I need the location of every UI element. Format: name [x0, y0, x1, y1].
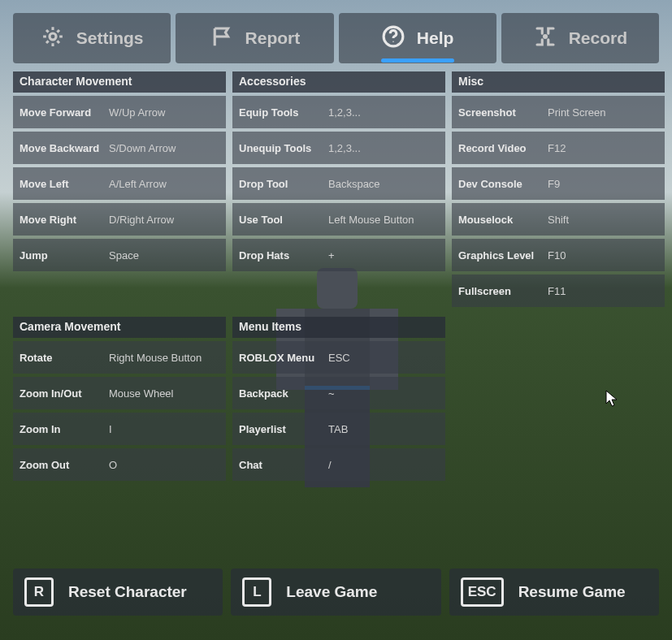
keybind-row: Zoom OutO	[13, 448, 226, 481]
keybind-value: W/Up Arrow	[109, 106, 226, 119]
keybind-row: FullscreenF11	[452, 275, 665, 307]
keybind-value: S/Down Arrow	[109, 142, 226, 154]
keybind-label: Move Backward	[13, 142, 109, 154]
keycap: L	[242, 577, 271, 607]
keybind-row: RotateRight Mouse Button	[13, 341, 226, 374]
keybind-row: ScreenshotPrint Screen	[452, 96, 665, 128]
keybind-label: Fullscreen	[452, 285, 548, 297]
section-title: Character Movement	[13, 71, 226, 93]
keybind-label: Zoom In	[13, 423, 109, 435]
keybind-label: Dev Console	[452, 178, 548, 190]
keybind-row: PlayerlistTAB	[232, 413, 445, 445]
tab-settings[interactable]: Settings	[13, 13, 171, 63]
keybind-value: Left Mouse Button	[328, 214, 445, 226]
keybind-row: Move BackwardS/Down Arrow	[13, 132, 226, 164]
keybind-value: D/Right Arrow	[109, 214, 226, 226]
keybind-row: Move ForwardW/Up Arrow	[13, 96, 226, 128]
section-misc: Misc ScreenshotPrint ScreenRecord VideoF…	[452, 71, 665, 307]
tab-label: Record	[569, 28, 627, 48]
keybind-label: Unequip Tools	[232, 142, 328, 154]
flag-icon	[210, 24, 234, 53]
keybind-row: ROBLOX MenuESC	[232, 341, 445, 374]
reset-character-button[interactable]: R Reset Character	[13, 569, 223, 616]
record-icon	[533, 24, 557, 53]
keybind-value: ESC	[328, 352, 445, 364]
keybind-value: I	[109, 423, 226, 435]
keybind-row: Use ToolLeft Mouse Button	[232, 203, 445, 236]
keybind-row: MouselockShift	[452, 203, 665, 236]
keybind-label: Jump	[13, 249, 109, 262]
cursor-icon	[605, 390, 620, 411]
tab-bar: Settings Report Help Record	[13, 13, 659, 63]
keycap: ESC	[461, 577, 504, 607]
keybind-label: Zoom Out	[13, 459, 109, 471]
menu-panel: Settings Report Help Record Character Mo…	[0, 0, 672, 84]
keybind-row: Move RightD/Right Arrow	[13, 203, 226, 236]
keybind-value: 1,2,3...	[328, 106, 445, 119]
keybind-label: Equip Tools	[232, 106, 328, 119]
section-menu-items: Menu Items ROBLOX MenuESCBackpack~Player…	[232, 317, 445, 481]
keybind-label: Graphics Level	[452, 249, 548, 262]
keybind-label: Move Left	[13, 178, 109, 190]
tab-report[interactable]: Report	[176, 13, 333, 63]
keybind-label: Drop Hats	[232, 249, 328, 262]
button-label: Leave Game	[286, 583, 377, 601]
keybind-label: Rotate	[13, 352, 109, 364]
tab-label: Settings	[76, 28, 144, 48]
keybind-row: JumpSpace	[13, 239, 226, 271]
keybind-value: Print Screen	[548, 106, 665, 119]
keybind-label: Move Forward	[13, 106, 109, 119]
keybind-row: Drop Hats+	[232, 239, 445, 271]
section-title: Misc	[452, 71, 665, 93]
keybind-value: F9	[548, 178, 665, 190]
keybind-value: Backspace	[328, 178, 445, 190]
keybind-row: Zoom In/OutMouse Wheel	[13, 377, 226, 409]
keybind-label: Record Video	[452, 142, 548, 154]
keybind-value: F12	[548, 142, 665, 154]
section-title: Camera Movement	[13, 317, 226, 338]
svg-point-0	[50, 33, 56, 40]
keybind-label: Chat	[232, 459, 328, 471]
keybind-value: A/Left Arrow	[109, 178, 226, 190]
button-label: Reset Character	[68, 583, 187, 601]
keybind-row: Equip Tools1,2,3...	[232, 96, 445, 128]
keybind-label: Zoom In/Out	[13, 387, 109, 400]
keybind-value: ~	[328, 387, 445, 400]
keybind-value: +	[328, 249, 445, 262]
keybind-value: Shift	[548, 214, 665, 226]
keybind-label: ROBLOX Menu	[232, 352, 328, 364]
gear-icon	[41, 24, 65, 53]
keybind-label: Move Right	[13, 214, 109, 226]
tab-label: Help	[417, 28, 454, 48]
keybind-row: Zoom InI	[13, 413, 226, 445]
keybind-value: Right Mouse Button	[109, 352, 226, 364]
keybind-row: Backpack~	[232, 377, 445, 409]
keybind-row: Graphics LevelF10	[452, 239, 665, 271]
resume-game-button[interactable]: ESC Resume Game	[449, 569, 659, 616]
help-icon	[381, 24, 405, 53]
keybind-label: Playerlist	[232, 423, 328, 435]
svg-point-2	[392, 41, 394, 42]
keybind-value: Space	[109, 249, 226, 262]
keybind-value: TAB	[328, 423, 445, 435]
active-tab-underline	[381, 58, 454, 63]
section-camera-movement: Camera Movement RotateRight Mouse Button…	[13, 317, 226, 481]
keybind-row: Chat/	[232, 448, 445, 481]
keybind-label: Use Tool	[232, 214, 328, 226]
section-accessories: Accessories Equip Tools1,2,3...Unequip T…	[232, 71, 445, 271]
keybind-value: F11	[548, 285, 665, 297]
section-character-movement: Character Movement Move ForwardW/Up Arro…	[13, 71, 226, 271]
keybind-row: Drop ToolBackspace	[232, 167, 445, 200]
keybind-label: Screenshot	[452, 106, 548, 119]
leave-game-button[interactable]: L Leave Game	[231, 569, 440, 616]
keybind-label: Backpack	[232, 387, 328, 400]
tab-help[interactable]: Help	[339, 13, 496, 63]
svg-point-3	[543, 34, 548, 39]
bottom-button-bar: R Reset Character L Leave Game ESC Resum…	[13, 569, 659, 616]
tab-label: Report	[245, 28, 301, 48]
keybind-value: F10	[548, 249, 665, 262]
keybind-value: /	[328, 459, 445, 471]
keybind-row: Unequip Tools1,2,3...	[232, 132, 445, 164]
tab-record[interactable]: Record	[501, 13, 659, 63]
keybind-label: Mouselock	[452, 214, 548, 226]
